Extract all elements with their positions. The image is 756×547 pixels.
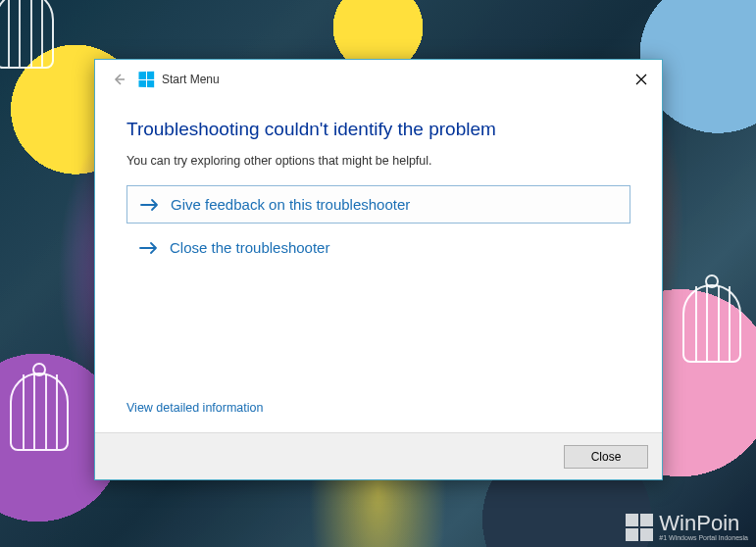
watermark-brand: WinPoin — [659, 513, 748, 534]
title-bar: Start Menu — [95, 60, 662, 99]
give-feedback-option[interactable]: Give feedback on this troubleshooter — [126, 185, 630, 224]
arrow-right-icon — [139, 197, 161, 213]
option-label: Give feedback on this troubleshooter — [171, 196, 410, 213]
arrow-right-icon — [138, 240, 160, 256]
window-close-button[interactable] — [627, 66, 656, 93]
windows-logo-icon — [138, 72, 154, 88]
close-troubleshooter-option[interactable]: Close the troubleshooter — [126, 229, 630, 266]
troubleshooter-dialog: Start Menu Troubleshooting couldn't iden… — [94, 59, 663, 480]
watermark-tagline: #1 Windows Portal Indonesia — [659, 534, 748, 541]
option-label: Close the troubleshooter — [170, 239, 329, 256]
dialog-content: Troubleshooting couldn't identify the pr… — [95, 99, 662, 432]
back-icon[interactable] — [109, 70, 128, 89]
close-button[interactable]: Close — [564, 445, 648, 469]
watermark-logo-icon — [626, 514, 653, 541]
dialog-footer: Close — [95, 432, 662, 479]
result-heading: Troubleshooting couldn't identify the pr… — [126, 119, 630, 140]
view-detailed-info-link[interactable]: View detailed information — [126, 401, 630, 421]
watermark: WinPoin #1 Windows Portal Indonesia — [626, 513, 748, 541]
result-subtext: You can try exploring other options that… — [126, 154, 630, 168]
dialog-title: Start Menu — [162, 73, 220, 86]
